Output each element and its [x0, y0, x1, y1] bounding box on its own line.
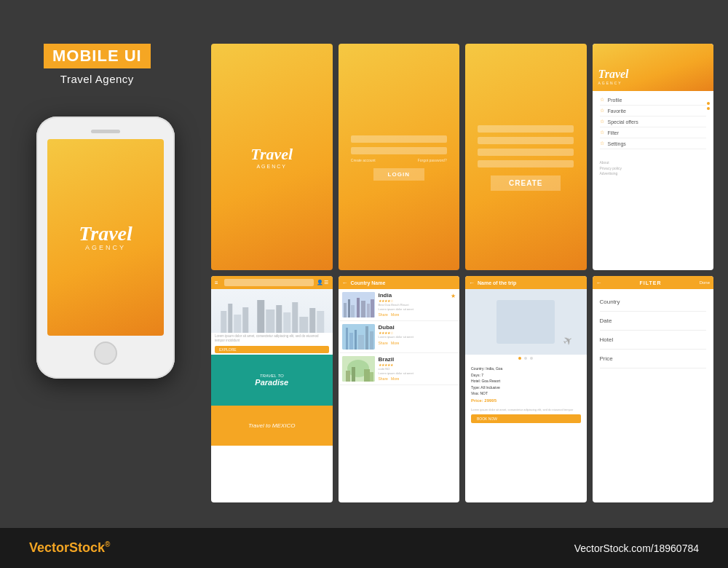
dubai-desc: Lorem ipsum dolor sit amet [379, 335, 456, 339]
filter-done-button[interactable]: Done [700, 280, 710, 285]
login-password-field[interactable] [351, 147, 447, 154]
phone-logo-script: Travel [79, 224, 132, 244]
filter-hotel[interactable]: Hotel [600, 331, 707, 350]
nav-dot-2[interactable] [524, 357, 527, 360]
screen-home: ≡ 👤 ☰ [211, 276, 333, 502]
login-links: Create account Forgot password? [351, 158, 447, 162]
svg-rect-29 [346, 371, 350, 382]
footer-url: VectorStock.com/18960784 [574, 543, 699, 554]
svg-rect-24 [358, 335, 364, 350]
filter-topbar: ← FILTER Done [593, 276, 714, 289]
splash-logo-script: Travel [250, 145, 293, 164]
svg-rect-0 [221, 311, 226, 333]
svg-rect-30 [352, 367, 355, 382]
menu-item-special[interactable]: ☆ Special offers [600, 117, 707, 127]
svg-rect-2 [234, 315, 241, 333]
india-name: India [379, 292, 456, 299]
footer-logo: VectorStock® [29, 540, 110, 556]
list-item-brazil[interactable]: Brazil ★★★★★ code NO Lorem ipsum dolor s… [339, 353, 460, 385]
header-section: MOBILE UI Travel Agency [44, 44, 151, 85]
brazil-image [342, 356, 375, 382]
login-button[interactable]: LOGIN [373, 168, 424, 181]
menu-item-filter[interactable]: ☆ Filter [600, 127, 707, 138]
screen-splash: Travel AGENCY [211, 44, 333, 270]
footer-logo-text: VectorStock [29, 540, 105, 555]
home-lorem-text: Lorem ipsum dolor sit amet, consectetur … [211, 333, 333, 344]
splash-logo-sub: AGENCY [250, 164, 293, 169]
menu-header: Travel AGENCY [593, 44, 714, 91]
filter-back-icon[interactable]: ← [596, 280, 602, 286]
india-image [342, 292, 375, 317]
menu-footer: AboutPrivacy policyAdvertising [593, 157, 714, 181]
svg-rect-31 [364, 369, 370, 382]
list-back-icon[interactable]: ← [342, 280, 348, 286]
svg-rect-25 [365, 326, 368, 350]
nav-dot-3[interactable] [530, 357, 533, 360]
search-bar[interactable] [224, 279, 314, 286]
svg-rect-13 [344, 303, 347, 317]
create-password-field[interactable] [478, 137, 574, 144]
banner3-text: Travel to MEXICO [248, 422, 295, 429]
create-email-field[interactable] [478, 160, 574, 167]
svg-rect-21 [346, 328, 348, 350]
menu-logo-script: Travel [598, 68, 629, 81]
banner2-bottom-text: Paradise [255, 378, 288, 387]
menu-item-settings[interactable]: ☆ Settings [600, 138, 707, 149]
star-icon-settings: ☆ [600, 141, 604, 146]
star-icon-favorite: ☆ [600, 108, 604, 114]
star-icon-special: ☆ [600, 119, 604, 125]
india-desc: Lorem ipsum dolor sit amet [379, 307, 456, 312]
filter-date[interactable]: Date [600, 312, 707, 331]
create-button[interactable]: CREATE [491, 175, 561, 191]
detail-desc: Lorem ipsum dolor sit amet, consectetur … [465, 408, 587, 412]
book-now-button[interactable]: BOOK NOW [471, 414, 581, 423]
detail-back-icon[interactable]: ← [469, 280, 475, 286]
india-favorite-icon[interactable]: ★ [451, 293, 456, 299]
menu-item-favorite[interactable]: ☆ Favorite [600, 106, 707, 117]
badge-title: MOBILE UI [44, 44, 151, 68]
svg-rect-32 [370, 372, 373, 382]
list-item-dubai[interactable]: Dubai ★★★★☆ Lorem ipsum dolor sit amet S… [339, 321, 460, 353]
create-account-link[interactable]: Create account [351, 158, 376, 162]
star-icon-profile: ☆ [600, 97, 604, 103]
detail-country: Country: India, Goa [471, 366, 581, 372]
svg-rect-23 [355, 330, 357, 350]
home-banner-2: TRAVEL TO Paradise [211, 355, 333, 406]
filter-country[interactable]: Country [600, 293, 707, 312]
filter-price[interactable]: Price [600, 350, 707, 368]
list-item-india[interactable]: India ★★★★☆ Best Goa Beach Resort Lorem … [339, 289, 460, 321]
dubai-name: Dubai [379, 324, 456, 331]
nav-dot-1[interactable] [518, 357, 521, 360]
brazil-info: Brazil ★★★★★ code NO Lorem ipsum dolor s… [375, 356, 456, 381]
login-username-field[interactable] [351, 135, 447, 143]
banner2-top-text: TRAVEL TO [255, 374, 288, 378]
hamburger-icon[interactable]: ≡ [215, 280, 218, 286]
screen-login: Create account Forgot password? LOGIN [339, 44, 460, 270]
svg-rect-14 [348, 299, 350, 317]
screen-menu: Travel AGENCY ☆ Profile ☆ Favorite ☆ Spe… [593, 44, 714, 270]
create-repeat-field[interactable] [478, 149, 574, 156]
phone-home-button[interactable] [94, 342, 117, 365]
phone-logo: Travel AGENCY [79, 224, 132, 251]
svg-rect-1 [228, 304, 232, 333]
menu-item-profile[interactable]: ☆ Profile [600, 95, 707, 106]
menu-logo-sub: AGENCY [598, 81, 629, 85]
list-title: Country Name [351, 280, 386, 285]
detail-nav-dots [465, 355, 587, 362]
explore-button[interactable]: EXPLORE [215, 346, 329, 353]
menu-scroll-dots [707, 102, 710, 112]
footer-bar: VectorStock® VectorStock.com/18960784 [0, 528, 728, 568]
create-username-field[interactable] [478, 125, 574, 133]
dubai-image [342, 324, 375, 350]
menu-items-list: ☆ Profile ☆ Favorite ☆ Special offers ☆ … [593, 91, 714, 153]
detail-info: Country: India, Goa Days: 7 Hotel: Goa R… [465, 362, 587, 408]
screen-filter: ← FILTER Done Country Date Hotel Price [593, 276, 714, 502]
filter-items-list: Country Date Hotel Price [593, 289, 714, 372]
detail-title: Name of the trip [478, 280, 516, 285]
forgot-password-link[interactable]: Forgot password? [418, 158, 447, 162]
svg-rect-7 [283, 312, 290, 333]
india-actions: Share More [379, 312, 456, 317]
home-banner-1 [211, 289, 333, 333]
svg-rect-4 [257, 300, 264, 333]
home-topbar: ≡ 👤 ☰ [211, 276, 333, 289]
